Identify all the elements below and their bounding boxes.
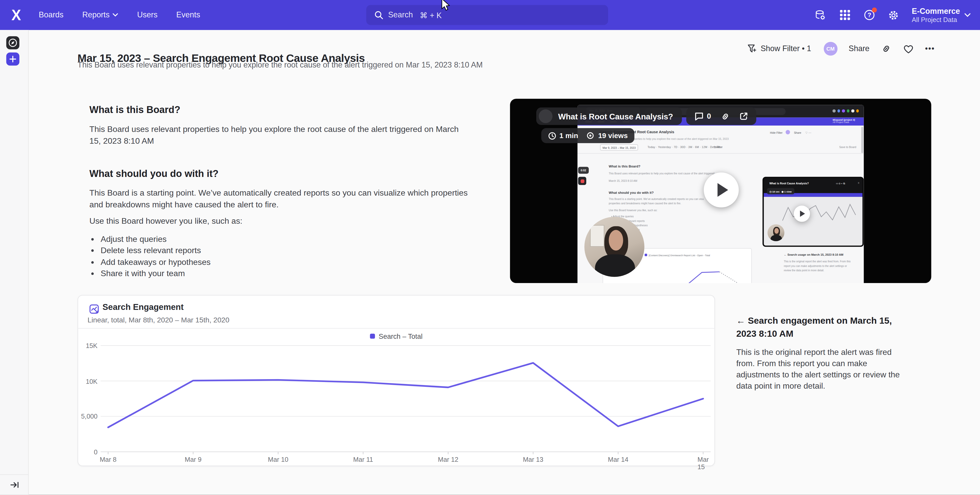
project-name: E-Commerce: [912, 7, 960, 16]
intro-video-player[interactable]: Mar 15, 2023 - Sear… Mixpanel (project 3…: [510, 99, 931, 283]
what-do-heading: What should you do with it?: [89, 168, 476, 179]
play-icon: [718, 183, 729, 197]
clock-icon: [548, 131, 556, 140]
link-icon: [721, 111, 730, 121]
nav-users[interactable]: Users: [137, 11, 158, 19]
video-frame-extension-icons: [832, 110, 859, 112]
nested-webcam-bubble: [767, 224, 784, 241]
app-window: X Boards Reports Users Events Search ⌘ +…: [0, 0, 980, 495]
plus-icon: [10, 56, 16, 63]
chevron-down-icon: [113, 13, 118, 17]
nav-reports[interactable]: Reports: [82, 11, 118, 19]
board-controls: Show Filter • 1 CM Share •••: [748, 41, 935, 56]
suggestions-list: Adjust the queries Delete less relevant …: [100, 234, 476, 280]
video-meta-pill: 1 min 19 views: [541, 128, 635, 143]
video-frame-rec-timer: 0:02: [578, 167, 589, 174]
list-item: Share it with your team: [100, 268, 476, 279]
video-title-pill: What is Root Cause Analysis?: [536, 107, 682, 125]
use-intro: Use this Board however you like, such as…: [89, 215, 476, 227]
video-comments-button[interactable]: 0: [694, 112, 711, 121]
create-board-button[interactable]: [6, 53, 19, 65]
mouse-cursor: [441, 0, 452, 13]
what-do-body: This Board is a starting point. We’ve au…: [89, 188, 472, 210]
video-frame-scrollbar: [861, 127, 863, 153]
expand-panel-icon: [10, 481, 19, 489]
list-item: Add takeaways or hypotheses: [100, 256, 476, 268]
share-button[interactable]: Share: [848, 45, 870, 53]
collapse-sidebar-button[interactable]: [0, 474, 29, 495]
search-engagement-report-card[interactable]: Search Engagement Linear, total, Mar 8th…: [78, 295, 715, 466]
search-placeholder: Search: [388, 11, 413, 19]
favorite-button[interactable]: [903, 44, 914, 53]
nested-play-button: [794, 205, 810, 222]
mixpanel-logo-icon[interactable]: X: [9, 6, 24, 24]
search-input[interactable]: Search ⌘ + K: [366, 5, 608, 25]
top-nav: X Boards Reports Users Events Search ⌘ +…: [0, 0, 980, 30]
video-frame-nested-video: What is Root Cause Analysis? ▭ 0 ⌁ ⧉ ⠿: [763, 177, 864, 247]
filter-funnel-icon: [748, 45, 757, 53]
note-body: This is the original report the alert wa…: [736, 347, 904, 392]
settings-gear-icon[interactable]: [888, 9, 900, 21]
project-chevron-down-icon[interactable]: [964, 9, 971, 21]
link-icon: [881, 44, 891, 54]
project-switcher[interactable]: E-Commerce All Project Data: [912, 7, 960, 23]
show-filter-button[interactable]: Show Filter • 1: [748, 45, 811, 53]
series-line: [108, 363, 703, 427]
search-icon: [374, 11, 383, 19]
project-scope: All Project Data: [912, 16, 960, 23]
nav-boards[interactable]: Boards: [39, 11, 64, 19]
nested-chart-line: [781, 201, 858, 227]
primary-nav: Boards Reports Users Events: [39, 0, 200, 30]
list-item: Delete less relevant reports: [100, 245, 476, 256]
svg-text:?: ?: [867, 11, 871, 18]
what-is-heading: What is this Board?: [89, 104, 476, 116]
video-frame-rec-button: [578, 177, 586, 185]
search-shortcut: ⌘ + K: [420, 10, 442, 20]
notification-badge: [872, 7, 877, 13]
list-item: Adjust the queries: [100, 234, 476, 245]
avatar-initials: CM: [824, 42, 838, 56]
engagement-line-chart: [78, 296, 714, 466]
left-sidebar: [0, 30, 29, 495]
data-management-icon[interactable]: [814, 9, 827, 21]
what-is-body: This Board uses relevant properties to h…: [89, 124, 464, 147]
more-options-button[interactable]: •••: [925, 45, 935, 53]
nav-reports-label: Reports: [82, 11, 110, 19]
external-link-icon: [739, 112, 748, 121]
apps-grid-icon[interactable]: [838, 9, 851, 21]
nav-events[interactable]: Events: [176, 11, 200, 19]
comment-icon: [694, 112, 704, 121]
board-text-block: What is this Board? This Board uses rele…: [89, 100, 476, 280]
page-subtitle: This Board uses relevant properties to h…: [78, 60, 483, 69]
video-actions-pill: 0: [686, 107, 756, 125]
note-heading: ← Search engagement on March 15, 2023 8:…: [736, 314, 904, 341]
presenter-avatar-ghost: [539, 110, 553, 123]
video-copy-link-button[interactable]: [721, 111, 730, 121]
heart-icon: [903, 44, 914, 53]
eye-icon: [585, 132, 595, 139]
show-filter-label: Show Filter • 1: [760, 45, 811, 53]
presenter-webcam-bubble: [584, 217, 644, 277]
help-icon[interactable]: ?: [863, 9, 876, 21]
collaborator-avatar[interactable]: CM: [824, 42, 838, 56]
video-open-external-button[interactable]: [739, 112, 748, 121]
video-play-button[interactable]: [704, 173, 739, 208]
copy-link-button[interactable]: [881, 44, 891, 54]
compass-icon: [8, 38, 18, 48]
video-duration: 1 min: [548, 131, 578, 140]
annotation-note: ← Search engagement on March 15, 2023 8:…: [736, 314, 904, 392]
video-title: What is Root Cause Analysis?: [558, 111, 673, 121]
video-views: 19 views: [585, 132, 628, 139]
discover-boards-button[interactable]: [6, 36, 19, 49]
